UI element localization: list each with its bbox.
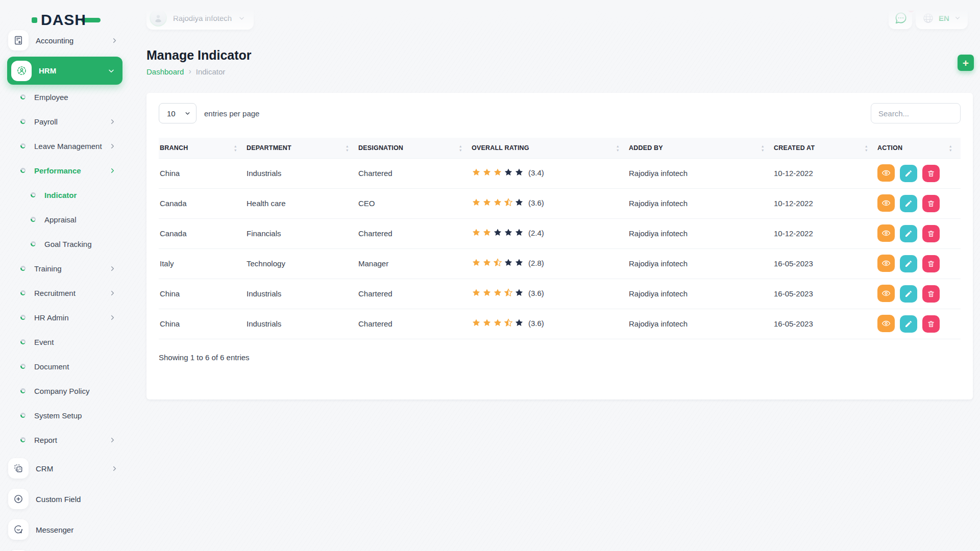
chevron-right-icon <box>111 37 118 44</box>
breadcrumb-dashboard-link[interactable]: Dashboard <box>146 67 184 76</box>
sidebar-item-hr-admin[interactable]: HR Admin <box>0 305 127 330</box>
sidebar-item-crm[interactable]: CRM <box>0 454 127 483</box>
entries-per-page-label: entries per page <box>204 109 259 118</box>
trash-icon <box>927 169 935 178</box>
edit-button[interactable] <box>900 165 917 182</box>
globe-icon <box>922 12 934 24</box>
column-header-designation[interactable]: DESIGNATION ▲▼ <box>357 138 471 158</box>
page-size-select[interactable]: 10 <box>159 103 197 123</box>
chevron-right-icon <box>109 265 116 272</box>
person-icon <box>153 12 164 23</box>
company-selector[interactable]: Rajodiya infotech <box>146 6 254 30</box>
column-header-overall-rating[interactable]: OVERALL RATING ▲▼ <box>471 138 628 158</box>
star-full-icon <box>493 168 502 177</box>
sidebar-item-report[interactable]: Report <box>0 428 127 452</box>
sort-icons[interactable]: ▲▼ <box>616 144 620 152</box>
edit-button[interactable] <box>900 285 917 303</box>
sidebar-item-payroll[interactable]: Payroll <box>0 109 127 134</box>
avatar <box>150 9 167 27</box>
edit-button[interactable] <box>900 225 917 242</box>
edit-button[interactable] <box>900 195 917 212</box>
star-half-icon <box>504 288 513 297</box>
delete-button[interactable] <box>922 255 940 272</box>
cell-action <box>876 279 961 309</box>
logo-mark-icon <box>32 17 37 23</box>
sort-icons[interactable]: ▲▼ <box>459 144 462 152</box>
cell-department: Industrials <box>246 309 357 339</box>
chevron-right-icon <box>111 465 118 472</box>
sort-icons[interactable]: ▲▼ <box>949 144 952 152</box>
cell-added-by: Rajodiya infotech <box>628 218 773 248</box>
cell-branch: China <box>159 279 246 309</box>
star-rating: (3.6) <box>472 288 544 297</box>
star-full-icon <box>482 258 492 267</box>
star-empty-icon <box>514 228 524 237</box>
sidebar-item-employee[interactable]: Employee <box>0 85 127 109</box>
delete-button[interactable] <box>922 315 940 333</box>
cell-action <box>876 158 961 188</box>
breadcrumb-separator: › <box>188 67 191 76</box>
search-input[interactable] <box>871 103 961 123</box>
sidebar-item-training[interactable]: Training <box>0 256 127 281</box>
view-button[interactable] <box>877 315 895 332</box>
trash-icon <box>927 320 935 328</box>
eye-icon <box>881 198 891 208</box>
sort-icons[interactable]: ▲▼ <box>761 144 765 152</box>
sidebar-item-appraisal[interactable]: Appraisal <box>0 207 127 232</box>
star-empty-icon <box>514 168 524 177</box>
sort-icons[interactable]: ▲▼ <box>346 144 349 152</box>
cell-action <box>876 248 961 279</box>
sort-icons[interactable]: ▲▼ <box>234 144 237 152</box>
cell-branch: Canada <box>159 218 246 248</box>
cell-branch: Canada <box>159 188 246 218</box>
sidebar-item-goal-tracking[interactable]: Goal Tracking <box>0 232 127 256</box>
column-header-action[interactable]: ACTION ▲▼ <box>876 138 961 158</box>
sidebar-item-system-setup[interactable]: System Setup <box>0 403 127 428</box>
cell-designation: Chartered <box>357 218 471 248</box>
language-selector[interactable]: EN <box>916 7 968 29</box>
sidebar-item-recruitment[interactable]: Recruitment <box>0 281 127 305</box>
sidebar-item-custom-field[interactable]: Custom Field <box>0 485 127 513</box>
star-full-icon <box>482 198 492 207</box>
delete-button[interactable] <box>922 225 940 242</box>
cell-created-at: 16-05-2023 <box>773 248 876 279</box>
sidebar-item-hrm[interactable]: HRM <box>7 57 122 85</box>
star-rating: (3.4) <box>472 168 544 177</box>
view-button[interactable] <box>877 255 895 272</box>
column-header-department[interactable]: DEPARTMENT ▲▼ <box>246 138 357 158</box>
chevron-down-icon <box>107 67 115 75</box>
column-header-branch[interactable]: BRANCH ▲▼ <box>159 138 246 158</box>
sort-icons[interactable]: ▲▼ <box>865 144 868 152</box>
sidebar-item-company-policy[interactable]: Company Policy <box>0 379 127 403</box>
add-indicator-button[interactable]: + <box>958 55 974 71</box>
sidebar-item-performance[interactable]: Performance <box>0 158 127 183</box>
star-half-icon <box>504 318 513 328</box>
sidebar-item-indicator[interactable]: Indicator <box>0 183 127 207</box>
edit-button[interactable] <box>900 255 917 272</box>
trash-icon <box>927 290 935 298</box>
cell-overall-rating: (3.6) <box>471 279 628 309</box>
messages-button[interactable]: 0 <box>889 7 912 29</box>
bullet-icon <box>20 143 26 148</box>
logo: DASH <box>32 11 101 29</box>
delete-button[interactable] <box>922 195 940 212</box>
column-header-created-at[interactable]: CREATED AT ▲▼ <box>773 138 876 158</box>
column-header-added-by[interactable]: ADDED BY ▲▼ <box>628 138 773 158</box>
star-full-icon <box>482 318 492 328</box>
delete-button[interactable] <box>922 165 940 182</box>
sidebar-item-calendar[interactable]: Calendar <box>0 546 127 551</box>
edit-button[interactable] <box>900 315 917 333</box>
pencil-icon <box>904 290 913 298</box>
view-button[interactable] <box>877 194 895 212</box>
view-button[interactable] <box>877 224 895 242</box>
sidebar-item-leave-management[interactable]: Leave Management <box>0 134 127 158</box>
view-button[interactable] <box>877 285 895 302</box>
sidebar-item-messenger[interactable]: Messenger <box>0 515 127 544</box>
star-full-icon <box>472 198 481 207</box>
view-button[interactable] <box>877 164 895 182</box>
sidebar-item-accounting[interactable]: Accounting <box>0 28 127 53</box>
hrm-icon <box>11 61 32 81</box>
sidebar-item-document[interactable]: Document <box>0 354 127 379</box>
delete-button[interactable] <box>922 285 940 303</box>
sidebar-item-event[interactable]: Event <box>0 330 127 354</box>
